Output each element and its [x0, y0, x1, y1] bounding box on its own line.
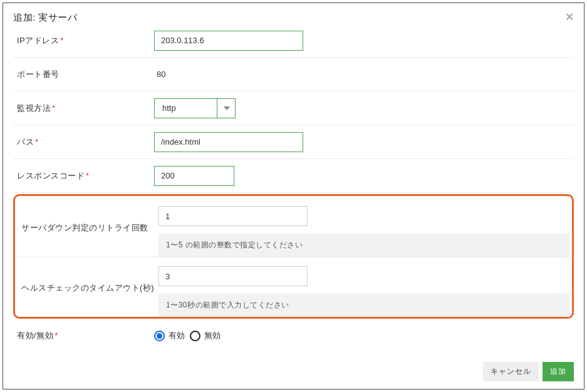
- dialog-add-real-server: 追加: 実サーバ ✕ IPアドレス* ポート番号 80 監視方法*: [3, 3, 584, 389]
- label-retry: サーバダウン判定のリトライ回数: [18, 206, 158, 234]
- required-marker: *: [35, 137, 39, 147]
- submit-button[interactable]: 追加: [543, 362, 574, 381]
- retry-input[interactable]: [158, 206, 308, 226]
- close-icon[interactable]: ✕: [565, 12, 574, 23]
- retry-hint: 1〜5 の範囲の整数で指定してください: [158, 234, 569, 257]
- row-monitor: 監視方法* http: [13, 91, 574, 125]
- field-response: [154, 166, 574, 186]
- label-monitor-text: 監視方法: [17, 103, 51, 113]
- radio-icon-selected: [154, 331, 165, 341]
- radio-enabled-off[interactable]: 無効: [190, 330, 221, 341]
- row-ip: IPアドレス*: [13, 24, 574, 58]
- monitor-select-value: http: [162, 103, 176, 113]
- field-monitor: http: [154, 98, 574, 118]
- path-input[interactable]: [154, 132, 303, 152]
- label-port-text: ポート番号: [17, 70, 60, 79]
- required-marker: *: [86, 171, 90, 180]
- cancel-button[interactable]: キャンセル: [483, 362, 539, 381]
- radio-enabled-on[interactable]: 有効: [154, 330, 185, 341]
- required-marker: *: [60, 36, 64, 45]
- field-port: 80: [154, 70, 574, 79]
- field-path: [154, 132, 574, 152]
- highlight-box: サーバダウン判定のリトライ回数 1〜5 の範囲の整数で指定してください ヘルスチ…: [13, 194, 574, 319]
- response-input[interactable]: [154, 166, 234, 186]
- label-retry-text: サーバダウン判定のリトライ回数: [21, 223, 148, 232]
- label-path: パス*: [13, 137, 154, 148]
- label-timeout: ヘルスチェックのタイムアウト(秒): [18, 266, 158, 294]
- label-timeout-text: ヘルスチェックのタイムアウト(秒): [21, 283, 154, 292]
- field-timeout: 1〜30秒の範囲で入力してください: [158, 266, 569, 317]
- field-retry: 1〜5 の範囲の整数で指定してください: [158, 206, 569, 257]
- field-ip: [154, 31, 574, 51]
- ip-input[interactable]: [154, 31, 303, 51]
- label-response: レスポンスコード*: [13, 170, 154, 182]
- row-path: パス*: [13, 125, 574, 159]
- required-marker: *: [55, 331, 58, 340]
- timeout-input[interactable]: [158, 266, 308, 286]
- label-path-text: パス: [17, 137, 34, 147]
- row-retry: サーバダウン判定のリトライ回数 1〜5 の範囲の整数で指定してください: [18, 197, 569, 257]
- monitor-select[interactable]: http: [154, 98, 236, 118]
- dialog-header: 追加: 実サーバ ✕: [13, 12, 574, 24]
- label-port: ポート番号: [13, 69, 154, 80]
- label-monitor: 監視方法*: [13, 103, 154, 114]
- label-response-text: レスポンスコード: [17, 171, 85, 180]
- row-response: レスポンスコード*: [13, 159, 574, 193]
- form-body: IPアドレス* ポート番号 80 監視方法* http: [13, 24, 574, 356]
- radio-icon-unselected: [190, 331, 200, 341]
- timeout-hint: 1〜30秒の範囲で入力してください: [158, 294, 569, 317]
- dialog-title: 追加: 実サーバ: [13, 12, 77, 24]
- radio-enabled-on-label: 有効: [169, 330, 185, 341]
- label-enabled: 有効/無効*: [13, 330, 154, 341]
- label-enabled-text: 有効/無効: [17, 331, 53, 340]
- label-ip: IPアドレス*: [13, 35, 154, 46]
- row-port: ポート番号 80: [13, 58, 574, 91]
- dialog-footer: キャンセル 追加: [13, 356, 574, 381]
- row-timeout: ヘルスチェックのタイムアウト(秒) 1〜30秒の範囲で入力してください: [18, 257, 569, 317]
- label-ip-text: IPアドレス: [17, 36, 59, 45]
- field-enabled: 有効 無効: [154, 330, 574, 341]
- radio-enabled-off-label: 無効: [204, 330, 221, 341]
- enabled-radio-group: 有効 無効: [154, 330, 574, 341]
- required-marker: *: [52, 103, 56, 113]
- row-enabled: 有効/無効* 有効 無効: [13, 319, 574, 353]
- port-value: 80: [154, 70, 165, 79]
